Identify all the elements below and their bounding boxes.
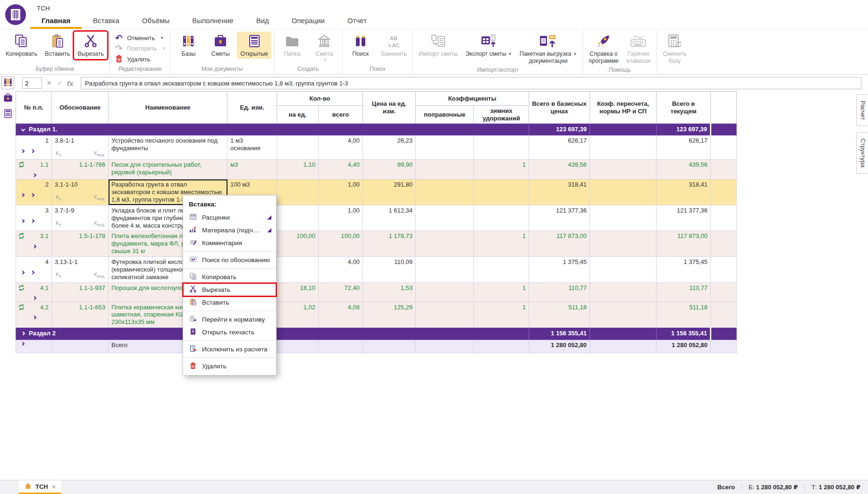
- ribbon-tab-4[interactable]: Вид: [245, 13, 280, 29]
- paste-button[interactable]: Вставить: [42, 32, 73, 59]
- cell-corr[interactable]: [416, 302, 474, 328]
- cell-code[interactable]: 3.8-1-1КпКинд: [52, 136, 109, 160]
- cell-recalc[interactable]: [590, 160, 657, 179]
- ribbon-tab-6[interactable]: Отчет: [336, 13, 378, 29]
- cell-num[interactable]: 1: [16, 136, 52, 160]
- cell-winter[interactable]: [474, 257, 529, 283]
- open-docs-button[interactable]: Открытые: [237, 32, 271, 59]
- menu-cut[interactable]: Вырезать: [183, 283, 276, 296]
- cell-qty-total[interactable]: 4,08: [319, 302, 363, 328]
- ribbon-tab-0[interactable]: Главная: [30, 13, 82, 29]
- cell-name[interactable]: Устройство песчаного основания под фунда…: [109, 136, 228, 160]
- cell-recalc[interactable]: [590, 282, 657, 302]
- cell-price[interactable]: 99,90: [363, 160, 416, 179]
- cell-qty-total[interactable]: 100,00: [319, 231, 363, 257]
- cell-corr[interactable]: [416, 257, 474, 283]
- menu-goto-standard[interactable]: Перейти к нормативу: [183, 313, 276, 326]
- copy-button[interactable]: Копировать: [2, 32, 41, 59]
- table-row[interactable]: 43.13-1-1КпКиндФутеровка плиткой кислото…: [16, 257, 737, 283]
- chevron-right-icon[interactable]: [33, 245, 36, 248]
- cell-current[interactable]: 439,56: [657, 160, 711, 179]
- ribbon-tab-1[interactable]: Вставка: [82, 13, 131, 29]
- cell-qty-total[interactable]: [319, 340, 363, 353]
- cell-corr[interactable]: [416, 231, 474, 257]
- cell-price[interactable]: 1,53: [363, 282, 416, 302]
- cell-recalc[interactable]: [590, 124, 657, 136]
- document-tab[interactable]: ТСН ×: [19, 480, 61, 494]
- cell-code[interactable]: 3.13-1-1КпКинд: [52, 257, 109, 283]
- chevron-right-icon[interactable]: [21, 271, 25, 274]
- chevron-right-icon[interactable]: [21, 332, 25, 335]
- cell-basis[interactable]: 110,77: [529, 282, 590, 302]
- ribbon-tab-5[interactable]: Операции: [280, 13, 336, 29]
- cell-basis[interactable]: 1 375,45: [529, 257, 590, 283]
- cell-basis[interactable]: 439,56: [529, 160, 590, 179]
- cell-num[interactable]: 4: [16, 257, 52, 283]
- cell-code[interactable]: 1.5-1-178: [52, 231, 109, 257]
- cell-winter[interactable]: 1: [474, 160, 529, 179]
- delete-button[interactable]: Удалить: [114, 54, 151, 64]
- cell-price[interactable]: 110,09: [363, 257, 416, 283]
- side-tab-1[interactable]: Структура: [856, 132, 868, 174]
- cell-unit[interactable]: 1 м3 основания: [228, 136, 277, 160]
- cell-current[interactable]: 110,77: [657, 282, 711, 302]
- cell-corr[interactable]: [416, 160, 474, 179]
- cell-code[interactable]: 3.1-1-10КпКинд: [52, 179, 109, 205]
- cell-winter[interactable]: [474, 136, 529, 160]
- chevron-right-icon[interactable]: [31, 271, 34, 274]
- cell-price[interactable]: 1 178,73: [363, 231, 416, 257]
- cell-price[interactable]: 26,23: [363, 136, 416, 160]
- cell-code[interactable]: 1.1-1-853: [52, 302, 109, 328]
- cell-price[interactable]: 291,80: [363, 179, 416, 205]
- cell-recalc[interactable]: [590, 136, 657, 160]
- chevron-right-icon[interactable]: [21, 193, 25, 197]
- help-about-button[interactable]: Справка опрограмме: [585, 32, 622, 66]
- cell-current[interactable]: 626,17: [657, 136, 711, 160]
- cell-corr[interactable]: [416, 340, 474, 353]
- cell-qty-unit[interactable]: 100,00: [277, 231, 319, 257]
- cell-current[interactable]: 1 156 355,41: [657, 328, 711, 340]
- cell-basis[interactable]: 1 156 355,41: [529, 328, 590, 340]
- table-row[interactable]: 1.11.1-1-766Песок для строительных работ…: [16, 160, 737, 179]
- chevron-right-icon[interactable]: [33, 315, 36, 319]
- cell-basis[interactable]: 123 697,39: [529, 124, 590, 136]
- cell-basis[interactable]: 1 280 052,80: [529, 340, 590, 353]
- search-button[interactable]: Поиск: [345, 32, 376, 59]
- chevron-down-icon[interactable]: [21, 128, 25, 131]
- menu-exclude[interactable]: Исключить из расчета: [183, 343, 276, 356]
- cell-price[interactable]: [363, 340, 416, 353]
- cell-section[interactable]: Раздел 1.: [16, 124, 529, 136]
- cancel-icon[interactable]: ×: [45, 79, 53, 87]
- cell-tail[interactable]: [711, 282, 737, 302]
- cell-unit[interactable]: м3: [228, 160, 277, 179]
- cell-tail[interactable]: [711, 136, 737, 160]
- menu-search-code[interactable]: Поиск по обоснованию: [183, 254, 276, 266]
- cell-tail[interactable]: [711, 205, 737, 231]
- cell-code[interactable]: 3.7-1-9КпКинд: [52, 205, 109, 231]
- cut-button[interactable]: Вырезать: [74, 32, 107, 59]
- cell-qty-total[interactable]: 4,00: [319, 257, 363, 283]
- cell-recalc[interactable]: [590, 302, 657, 328]
- dropdown-icon[interactable]: ▼: [323, 58, 327, 62]
- close-tab-icon[interactable]: ×: [52, 483, 56, 491]
- cell-code[interactable]: [52, 340, 109, 353]
- cell-qty-unit[interactable]: [277, 136, 319, 160]
- cell-basis[interactable]: 511,18: [529, 302, 590, 328]
- cell-winter[interactable]: [474, 179, 529, 205]
- menu-delete[interactable]: Удалить: [183, 360, 276, 373]
- panel-bases-button[interactable]: [1, 77, 14, 89]
- chevron-right-icon[interactable]: [33, 173, 36, 177]
- menu-copy[interactable]: Копировать: [183, 271, 276, 283]
- menu-rates[interactable]: Расценки: [183, 211, 276, 224]
- estimates-button[interactable]: Сметы: [205, 32, 236, 59]
- cell-current[interactable]: 121 377,36: [657, 205, 711, 231]
- cell-num[interactable]: 1.1: [16, 160, 52, 179]
- cell-current[interactable]: 117 873,00: [657, 231, 711, 257]
- ribbon-tab-2[interactable]: Объёмы: [131, 13, 181, 29]
- table-row[interactable]: Раздел 1.123 697,39123 697,39: [16, 124, 737, 136]
- cell-tail[interactable]: [711, 302, 737, 328]
- cell-price[interactable]: 125,29: [363, 302, 416, 328]
- table-row[interactable]: Раздел 21 156 355,411 156 355,41: [16, 328, 737, 340]
- table-row[interactable]: 13.8-1-1КпКиндУстройство песчаного основ…: [16, 136, 737, 160]
- side-tab-0[interactable]: Расчет: [856, 94, 868, 126]
